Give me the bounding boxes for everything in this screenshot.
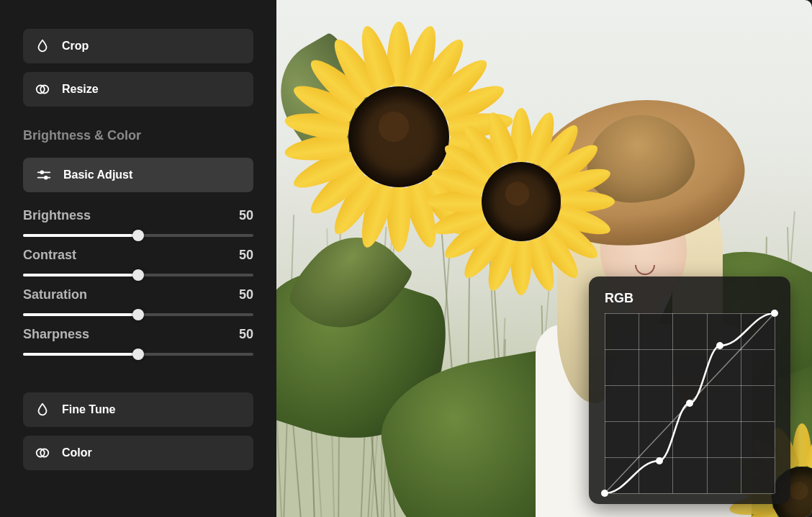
color-label: Color <box>62 446 92 459</box>
drop-icon <box>35 38 50 54</box>
slider-track[interactable] <box>23 310 253 320</box>
image-canvas[interactable]: RGB <box>276 0 812 517</box>
rgb-curve-grid[interactable] <box>605 313 775 493</box>
rgb-curve-panel[interactable]: RGB <box>589 277 790 504</box>
curve-point[interactable] <box>656 457 663 464</box>
rgb-panel-title: RGB <box>605 291 775 306</box>
overlap-circles-icon <box>35 81 50 97</box>
slider-thumb[interactable] <box>132 309 144 320</box>
slider-track[interactable] <box>23 349 253 359</box>
slider-thumb[interactable] <box>132 349 144 360</box>
svg-point-5 <box>45 176 48 179</box>
slider-thumb[interactable] <box>132 230 144 241</box>
slider-value: 50 <box>239 248 253 263</box>
fine-tune-label: Fine Tune <box>62 403 115 416</box>
slider-sharpness: Sharpness50 <box>23 327 253 359</box>
curve-point[interactable] <box>771 310 778 317</box>
sliders-icon <box>36 167 52 183</box>
drop-outline-icon <box>35 402 50 418</box>
slider-saturation: Saturation50 <box>23 287 253 320</box>
crop-button[interactable]: Crop <box>23 29 253 63</box>
resize-button-label: Resize <box>62 83 99 96</box>
slider-label: Saturation <box>23 287 87 302</box>
slider-contrast: Contrast50 <box>23 248 253 280</box>
resize-button[interactable]: Resize <box>23 72 253 107</box>
section-title: Brightness & Color <box>23 128 253 143</box>
overlap-circles-icon <box>35 445 50 461</box>
sunflower <box>428 108 615 295</box>
curve-point[interactable] <box>716 342 723 349</box>
svg-point-4 <box>40 171 43 174</box>
curve-point[interactable] <box>686 400 693 407</box>
slider-track[interactable] <box>23 230 253 240</box>
fine-tune-button[interactable]: Fine Tune <box>23 392 253 427</box>
crop-button-label: Crop <box>62 40 89 53</box>
slider-value: 50 <box>239 327 253 342</box>
slider-label: Brightness <box>23 208 91 223</box>
basic-adjust-label: Basic Adjust <box>63 168 132 181</box>
color-button[interactable]: Color <box>23 436 253 470</box>
sliders-group: Brightness50Contrast50Saturation50Sharpn… <box>23 201 253 359</box>
basic-adjust-button[interactable]: Basic Adjust <box>23 158 253 192</box>
slider-brightness: Brightness50 <box>23 208 253 240</box>
slider-thumb[interactable] <box>132 269 144 281</box>
slider-label: Contrast <box>23 248 76 263</box>
curve-point[interactable] <box>601 490 608 497</box>
slider-value: 50 <box>239 208 253 223</box>
slider-track[interactable] <box>23 270 253 280</box>
sidebar: Crop Resize Brightness & Color Basic Adj… <box>0 0 276 517</box>
slider-value: 50 <box>239 287 253 302</box>
slider-label: Sharpness <box>23 327 89 342</box>
